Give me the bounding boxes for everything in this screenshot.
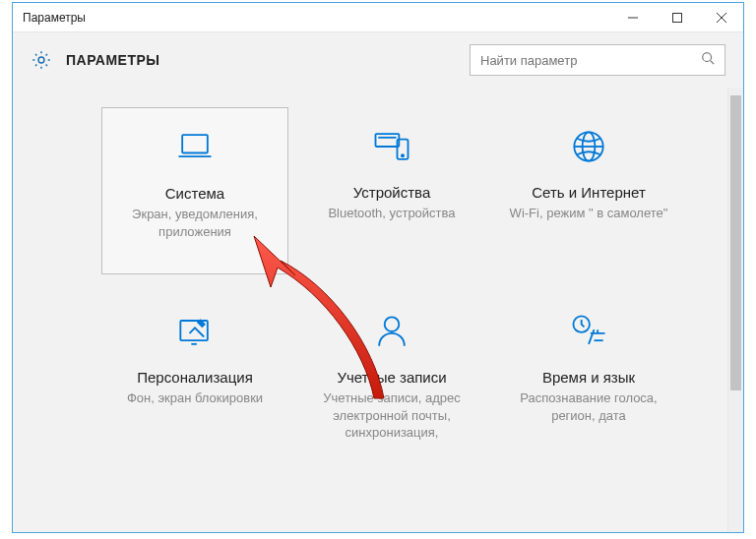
tile-time-language[interactable]: Время и язык Распознавание голоса, регио… [495,292,682,459]
tile-desc: Учетные записи, адрес электронной почты,… [308,389,475,442]
person-icon [370,310,413,353]
laptop-icon [173,126,217,169]
tile-devices[interactable]: Устройства Bluetooth, устройства [298,107,485,274]
tile-title: Персонализация [137,369,253,386]
tile-desc: Экран, уведомления, приложения [112,206,278,240]
tile-title: Учетные записи [337,369,446,386]
devices-icon [370,125,413,168]
minimize-button[interactable] [610,3,655,32]
svg-rect-9 [376,134,400,147]
tile-title: Сеть и Интернет [532,184,646,201]
tiles-grid-container: Система Экран, уведомления, приложения У… [13,88,727,532]
header: ПАРАМЕТРЫ [13,32,743,88]
tile-title: Время и язык [542,369,635,386]
svg-point-5 [703,53,712,62]
time-language-icon [567,310,610,353]
settings-window: Параметры ПАРАМЕТРЫ [12,2,744,533]
tile-title: Система [165,185,224,202]
page-title: ПАРАМЕТРЫ [66,52,160,68]
personalization-icon [173,310,217,353]
scrollbar-thumb[interactable] [730,95,741,390]
tile-desc: Bluetooth, устройства [328,205,455,222]
tile-desc: Распознавание голоса, регион, дата [505,389,672,424]
tile-title: Устройства [353,184,430,201]
tile-desc: Фон, экран блокировки [127,389,263,407]
svg-point-4 [38,57,44,63]
close-button[interactable] [699,3,743,32]
tile-accounts[interactable]: Учетные записи Учетные записи, адрес эле… [298,292,485,459]
window-controls [610,3,743,32]
tile-system[interactable]: Система Экран, уведомления, приложения [101,107,288,274]
tile-desc: Wi-Fi, режим " в самолете" [510,205,668,222]
maximize-button[interactable] [655,3,699,32]
search-input[interactable] [480,53,701,68]
svg-point-18 [385,317,400,331]
svg-point-12 [402,154,404,156]
titlebar: Параметры [13,3,743,32]
gear-icon [31,49,52,71]
content-area: Система Экран, уведомления, приложения У… [13,88,743,532]
globe-icon [567,125,610,168]
svg-rect-1 [672,13,681,22]
svg-line-6 [711,61,715,65]
tile-network[interactable]: Сеть и Интернет Wi-Fi, режим " в самолет… [495,107,682,274]
search-icon [701,51,715,69]
svg-rect-7 [182,135,208,152]
window-title: Параметры [23,11,86,25]
search-box[interactable] [470,44,725,76]
scrollbar[interactable] [727,88,743,532]
tile-personalization[interactable]: Персонализация Фон, экран блокировки [101,292,288,459]
